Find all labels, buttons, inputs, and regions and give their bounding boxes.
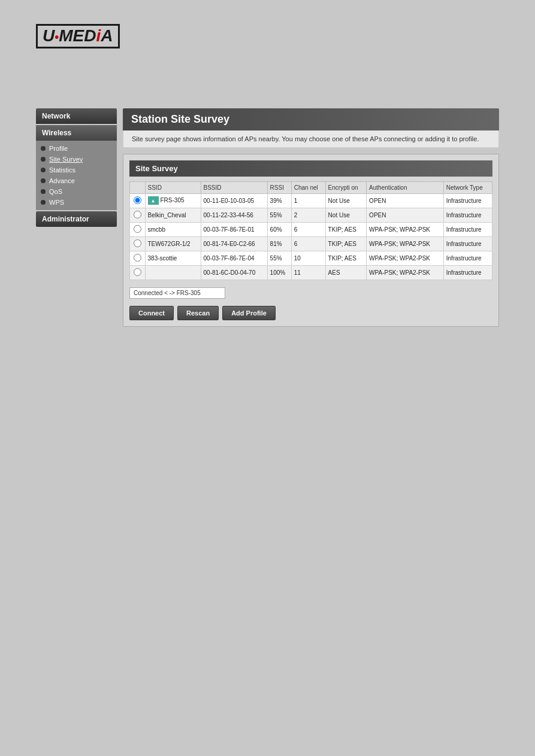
sidebar-item-wps[interactable]: WPS [36, 197, 117, 208]
action-buttons: Connect Rescan Add Profile [129, 306, 492, 320]
network-type-cell: Infrastructure [443, 251, 492, 265]
col-bssid: BSSID [201, 181, 267, 193]
logo-u: U [43, 26, 55, 45]
ap-radio[interactable] [134, 225, 141, 233]
bullet-icon [41, 146, 46, 151]
col-select [130, 181, 146, 193]
connect-button[interactable]: Connect [129, 306, 174, 320]
main-content: Station Site Survey Site survey page sho… [123, 108, 499, 327]
sidebar: Network Wireless Profile Site Survey St [36, 108, 117, 327]
sidebar-item-statistics[interactable]: Statistics [36, 165, 117, 175]
ssid-text: TEW672GR-1/2 [148, 241, 191, 247]
auth-cell: WPA-PSK; WPA2-PSK [367, 265, 444, 280]
sidebar-profile-label: Profile [49, 145, 68, 152]
logo-i-dot: i [96, 26, 101, 45]
encryption-cell: TKIP; AES [325, 222, 367, 236]
sidebar-qos-label: QoS [49, 188, 62, 195]
auth-cell: WPA-PSK; WPA2-PSK [367, 251, 444, 265]
network-header: Network [36, 108, 117, 124]
ap-radio[interactable] [134, 268, 141, 276]
bullet-icon [41, 189, 46, 194]
table-row: 383-scottie00-03-7F-86-7E-0455%10TKIP; A… [130, 251, 492, 265]
channel-cell: 6 [291, 236, 325, 251]
page-background: U•MEDiA Network Wireless Profile Site Su… [0, 0, 535, 756]
col-auth: Authentication [367, 181, 444, 193]
admin-section-header: Administrator [36, 211, 117, 227]
ap-radio[interactable] [134, 254, 141, 262]
auth-cell: OPEN [367, 208, 444, 222]
col-encryption: Encrypti on [325, 181, 367, 193]
connected-field-row: Connected < -> FRS-305 [129, 284, 492, 302]
encryption-cell: TKIP; AES [325, 251, 367, 265]
network-section: Network [36, 108, 117, 124]
sidebar-items: Profile Site Survey Statistics Advance [36, 141, 117, 210]
ssid-cell: Belkin_Cheval [145, 208, 201, 222]
ssid-text: FRS-305 [161, 197, 185, 204]
rescan-button[interactable]: Rescan [177, 306, 219, 320]
channel-cell: 10 [291, 251, 325, 265]
table-row: ▲FRS-30500-11-E0-10-03-0539%1Not UseOPEN… [130, 193, 492, 208]
channel-cell: 6 [291, 222, 325, 236]
site-survey-title: Site Survey [129, 160, 492, 177]
col-network-type: Network Type [443, 181, 492, 193]
wifi-signal-icon: ▲ [148, 196, 159, 205]
ssid-text: smcbb [148, 226, 165, 233]
sidebar-site-survey-label: Site Survey [49, 156, 83, 163]
bssid-cell: 00-11-E0-10-03-05 [201, 193, 267, 208]
bssid-cell: 00-81-74-E0-C2-66 [201, 236, 267, 251]
rssi-cell: 39% [267, 193, 291, 208]
sidebar-item-site-survey[interactable]: Site Survey [36, 154, 117, 165]
ap-radio[interactable] [134, 196, 141, 204]
table-row: Belkin_Cheval00-11-22-33-44-5655%2Not Us… [130, 208, 492, 222]
ssid-cell: 383-scottie [145, 251, 201, 265]
ssid-cell [145, 265, 201, 280]
bullet-icon [41, 168, 46, 172]
sidebar-statistics-label: Statistics [49, 166, 75, 174]
sidebar-advance-label: Advance [49, 177, 75, 184]
logo-area: U•MEDiA [0, 18, 535, 60]
sidebar-item-profile[interactable]: Profile [36, 143, 117, 154]
bssid-cell: 00-11-22-33-44-56 [201, 208, 267, 222]
table-row: 00-81-6C-D0-04-70100%11AESWPA-PSK; WPA2-… [130, 265, 492, 280]
bssid-cell: 00-81-6C-D0-04-70 [201, 265, 267, 280]
bullet-icon [41, 178, 46, 183]
wireless-header: Wireless [36, 125, 117, 141]
rssi-cell: 60% [267, 222, 291, 236]
main-container: Network Wireless Profile Site Survey St [36, 108, 499, 327]
col-ssid: SSID [145, 181, 201, 193]
ssid-text: Belkin_Cheval [148, 212, 186, 218]
rssi-cell: 55% [267, 208, 291, 222]
sidebar-item-advance[interactable]: Advance [36, 175, 117, 186]
encryption-cell: Not Use [325, 208, 367, 222]
sidebar-item-qos[interactable]: QoS [36, 186, 117, 197]
channel-cell: 2 [291, 208, 325, 222]
encryption-cell: TKIP; AES [325, 236, 367, 251]
page-description: Site survey page shows information of AP… [123, 130, 499, 148]
bullet-icon [41, 157, 46, 162]
survey-table: SSID BSSID RSSI Chan nel Encrypti on Aut… [129, 181, 492, 280]
channel-cell: 11 [291, 265, 325, 280]
connected-status: Connected < -> FRS-305 [129, 287, 225, 299]
encryption-cell: AES [325, 265, 367, 280]
add-profile-button[interactable]: Add Profile [222, 306, 276, 320]
col-channel: Chan nel [291, 181, 325, 193]
bssid-cell: 00-03-7F-86-7E-01 [201, 222, 267, 236]
network-type-cell: Infrastructure [443, 236, 492, 251]
logo-media: MEDiA [59, 26, 113, 45]
ap-radio[interactable] [134, 211, 141, 218]
channel-cell: 1 [291, 193, 325, 208]
wireless-section: Wireless Profile Site Survey Statistics [36, 125, 117, 210]
ssid-cell: ▲FRS-305 [145, 193, 201, 208]
auth-cell: WPA-PSK; WPA2-PSK [367, 222, 444, 236]
bssid-cell: 00-03-7F-86-7E-04 [201, 251, 267, 265]
rssi-cell: 55% [267, 251, 291, 265]
site-survey-box: Site Survey SSID BSSID RSSI Chan nel Enc… [123, 154, 499, 327]
network-type-cell: Infrastructure [443, 193, 492, 208]
network-type-cell: Infrastructure [443, 222, 492, 236]
logo: U•MEDiA [36, 24, 120, 48]
encryption-cell: Not Use [325, 193, 367, 208]
network-type-cell: Infrastructure [443, 208, 492, 222]
ap-radio[interactable] [134, 239, 141, 247]
auth-cell: OPEN [367, 193, 444, 208]
auth-cell: WPA-PSK; WPA2-PSK [367, 236, 444, 251]
